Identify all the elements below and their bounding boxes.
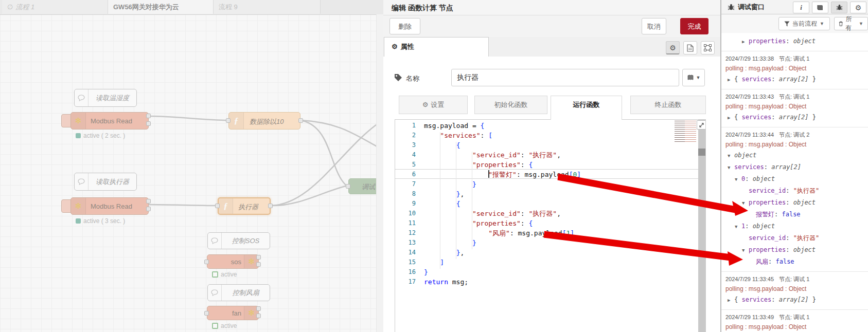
expand-caret-icon[interactable]: ▶ — [728, 112, 734, 123]
sidebar-toolbar: 当前流程 ▼ 所有 ▼ — [721, 14, 868, 33]
tab-finalize-function[interactable]: 终止函数 — [630, 96, 706, 114]
gear-icon: ⚙ — [669, 44, 676, 52]
tab-properties[interactable]: ⚙属性 — [384, 37, 489, 57]
debug-clear-button[interactable]: 所有 ▼ — [834, 17, 868, 30]
tab-setup[interactable]: ⚙设置 — [399, 96, 468, 114]
caret-spacer — [742, 186, 749, 197]
editor-scrollbar-thumb[interactable] — [698, 149, 706, 156]
debug-tab-button[interactable] — [831, 2, 847, 13]
filter-icon — [784, 21, 790, 27]
gear-icon: ⚙ — [392, 43, 398, 50]
debug-value-row: ▼services: array[2] — [724, 161, 865, 173]
expand-caret-icon[interactable]: ▼ — [728, 162, 734, 173]
description-button[interactable] — [683, 41, 697, 54]
debug-message-topic: polling : msg.payload : Object — [725, 103, 865, 110]
code-line[interactable]: ] — [424, 257, 581, 267]
name-input[interactable] — [451, 69, 679, 86]
sidebar-title: 调试窗口 — [738, 3, 765, 12]
code-line[interactable]: "properties": { — [424, 218, 581, 228]
debug-message: 2024/7/29 11:33:49节点: 调试 1polling : msg.… — [721, 310, 868, 332]
expand-caret-icon[interactable]: ▼ — [728, 150, 734, 161]
gear-icon: ⚙ — [422, 101, 429, 108]
debug-value-row: ▶properties: object — [724, 35, 865, 47]
tab-init-function[interactable]: 初始化函数 — [474, 96, 547, 114]
debug-message-meta: 2024/7/29 11:33:43节点: 调试 1 — [725, 93, 865, 101]
document-icon — [687, 44, 694, 52]
debug-message: 2024/7/29 11:33:45节点: 调试 1polling : msg.… — [721, 272, 868, 310]
expand-editor-button[interactable] — [697, 120, 706, 130]
trash-icon — [839, 21, 843, 27]
bug-icon — [728, 4, 735, 11]
help-tab-button[interactable] — [812, 2, 828, 13]
appearance-button[interactable] — [701, 41, 715, 54]
caret-spacer — [742, 233, 749, 244]
code-line[interactable]: } — [424, 238, 581, 248]
cancel-button[interactable]: 取消 — [642, 18, 666, 34]
expand-caret-icon[interactable]: ▼ — [735, 174, 741, 185]
code-line[interactable]: "service_id": "执行器", — [424, 209, 581, 218]
code-line[interactable]: }, — [424, 248, 581, 257]
code-line[interactable]: "风扇": msg.payload[1] — [424, 228, 581, 238]
code-editor[interactable]: 1234567891011121314151617 msg.payload = … — [395, 119, 706, 332]
info-icon: i — [800, 4, 802, 12]
code-line[interactable]: } — [424, 267, 581, 277]
debug-message-topic: polling : msg.payload : Object — [725, 285, 865, 292]
code-content[interactable]: msg.payload = { "services": [ { "service… — [424, 121, 581, 287]
code-line[interactable]: msg.payload = { — [424, 121, 581, 131]
bug-icon — [836, 4, 843, 11]
book-icon — [817, 4, 824, 11]
debug-message-list[interactable]: ▶properties: object2024/7/29 11:33:38节点:… — [721, 33, 868, 332]
debug-value-row: ▼object — [724, 150, 865, 161]
edit-tray-tabs: ⚙属性 ⚙ — [383, 37, 720, 57]
done-button[interactable]: 完成 — [680, 18, 708, 34]
minimap-overlay — [675, 121, 685, 142]
code-line[interactable]: "properties": { — [424, 160, 581, 170]
debug-value-row: 报警灯: false — [724, 209, 865, 220]
node-red-app: 读取温湿度 读取执行器 控制SOS 控制风扇 ✻ Modbus Read — [0, 0, 868, 332]
expand-caret-icon[interactable]: ▶ — [728, 74, 734, 85]
caret-spacer — [749, 256, 756, 268]
node-settings-button[interactable]: ⚙ — [666, 41, 680, 54]
debug-value-row: service_id: "执行器" — [724, 232, 865, 244]
tab-run-function[interactable]: 运行函数 — [551, 96, 622, 120]
code-line[interactable]: "services": [ — [424, 131, 581, 140]
debug-value-row: 风扇: false — [724, 256, 865, 268]
code-line[interactable]: { — [424, 140, 581, 150]
expand-icon — [699, 122, 704, 128]
code-line[interactable]: } — [424, 179, 581, 189]
line-numbers: 1234567891011121314151617 — [395, 121, 422, 287]
info-tab-button[interactable]: i — [793, 2, 809, 13]
debug-message: 2024/7/29 11:33:44节点: 调试 2polling : msg.… — [721, 127, 868, 272]
expand-caret-icon[interactable]: ▶ — [742, 36, 749, 47]
expand-caret-icon[interactable]: ▶ — [728, 294, 734, 306]
code-line[interactable]: "报警灯": msg.payload[0] — [424, 170, 581, 179]
name-label: 名称 — [406, 74, 419, 83]
delete-button[interactable]: 删除 — [389, 18, 420, 34]
debug-message-topic: polling : msg.payload : Object — [725, 65, 865, 72]
caret-spacer — [749, 209, 756, 220]
expand-caret-icon[interactable]: ▼ — [742, 197, 749, 209]
code-line[interactable]: }, — [424, 189, 581, 199]
debug-message: ▶properties: object — [721, 33, 868, 51]
code-line[interactable]: { — [424, 199, 581, 209]
editor-scrollbar[interactable] — [698, 120, 706, 332]
code-line[interactable]: "service_id": "执行器", — [424, 150, 581, 160]
debug-message-topic: polling : msg.payload : Object — [725, 141, 865, 148]
debug-message: 2024/7/29 11:33:43节点: 调试 1polling : msg.… — [721, 89, 868, 127]
debug-filter-button[interactable]: 当前流程 ▼ — [778, 17, 830, 30]
label-options-button[interactable]: ▼ — [682, 69, 705, 86]
expand-caret-icon[interactable]: ▼ — [742, 245, 749, 256]
debug-value-row: service_id: "执行器" — [724, 185, 865, 197]
debug-message-topic: polling : msg.payload : Object — [725, 323, 865, 330]
code-line[interactable]: return msg; — [424, 277, 581, 287]
config-tab-button[interactable]: ⚙ — [850, 2, 866, 13]
selection-box-icon — [704, 44, 712, 51]
tag-icon — [394, 73, 402, 82]
debug-value-row: ▶{ services: array[2] } — [724, 73, 865, 85]
debug-value-row: ▼0: object — [724, 173, 865, 185]
debug-message-meta: 2024/7/29 11:33:38节点: 调试 1 — [725, 55, 865, 63]
expand-caret-icon[interactable]: ▼ — [735, 221, 741, 232]
edit-form: 名称 ▼ ⚙设置 初始化函数 运行函数 终止函数 123456789101112… — [383, 57, 720, 332]
chevron-down-icon: ▼ — [859, 21, 863, 26]
debug-value-row: ▼properties: object — [724, 197, 865, 209]
